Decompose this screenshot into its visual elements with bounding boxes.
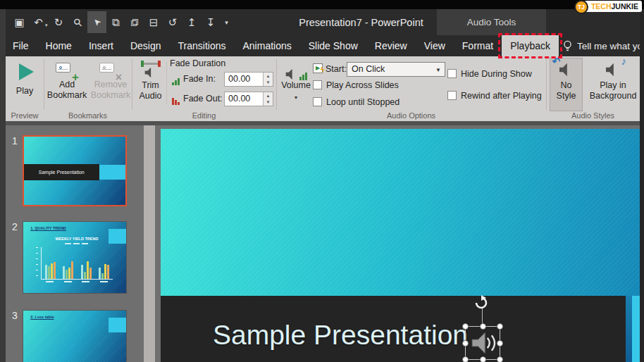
fade-in-spinner[interactable]: 00.00 ▲▼: [224, 72, 273, 87]
chart-bar: [107, 265, 109, 279]
chart-bar: [68, 268, 70, 279]
volume-label: Volume: [281, 80, 311, 91]
no-style-button[interactable]: ↶ No Style: [550, 58, 583, 111]
add-bookmark-button[interactable]: + Add Bookmark: [45, 58, 89, 111]
chart-bar: [54, 262, 56, 279]
annotation-playback-highlight: [498, 33, 562, 58]
tab-playback[interactable]: Playback: [502, 35, 559, 56]
customize-qat-icon[interactable]: ▾: [221, 11, 233, 33]
tell-me-label: Tell me what you wa: [577, 41, 644, 51]
slide-thumbnail-3[interactable]: 2. Loss table: [23, 310, 127, 362]
tab-slide-show[interactable]: Slide Show: [300, 35, 366, 56]
play-in-background-button[interactable]: ♪ Play in Background: [584, 58, 642, 111]
fade-in-value: 00.00: [228, 74, 250, 84]
slide-band-cyan-strip: [632, 296, 640, 362]
move-up-icon[interactable]: ↥: [182, 11, 202, 33]
tab-transitions[interactable]: Transitions: [170, 35, 235, 56]
selection-handle[interactable]: [462, 356, 469, 362]
tab-review[interactable]: Review: [366, 35, 416, 56]
window-left-border: [0, 9, 6, 362]
fade-in-up-arrow[interactable]: ▲: [264, 73, 273, 80]
trim-audio-button[interactable]: Trim Audio: [135, 58, 166, 111]
selection-handle[interactable]: [497, 356, 503, 362]
window-title: Presentation7 - PowerPoint: [296, 9, 426, 35]
volume-dropdown-arrow: ▾: [295, 92, 297, 103]
rotation-handle[interactable]: [473, 295, 489, 313]
send-backward-icon[interactable]: ⧉: [125, 11, 144, 33]
slide-canvas[interactable]: Sample Presentation: [161, 129, 640, 362]
selection-handle[interactable]: [462, 323, 469, 330]
tell-me-box[interactable]: Tell me what you wa: [559, 35, 644, 56]
selection-handle[interactable]: [462, 340, 469, 347]
save-icon[interactable]: ▣: [10, 11, 29, 33]
start-dropdown[interactable]: On Click ▼: [347, 62, 445, 77]
play-label: Play: [16, 86, 33, 96]
slide2-chart-subtitle: [39, 243, 113, 244]
chart-bar: [84, 272, 86, 279]
slide-number-1: 1: [12, 135, 22, 146]
fade-in-label: Fade In:: [183, 74, 216, 84]
rotate-object-icon[interactable]: ↺: [163, 11, 182, 33]
redo-icon[interactable]: ↻: [49, 11, 68, 33]
tab-home[interactable]: Home: [37, 35, 80, 56]
selection-handle[interactable]: [497, 323, 503, 330]
fade-in-down-arrow[interactable]: ▼: [264, 80, 273, 87]
group-label-audio-styles: Audio Styles: [546, 111, 640, 120]
fade-out-down-arrow[interactable]: ▼: [264, 99, 273, 106]
add-bookmark-label2: Bookmark: [47, 90, 87, 101]
checkbox-rewind-after-playing[interactable]: [447, 91, 457, 100]
select-pointer-icon[interactable]: ➤: [87, 11, 106, 33]
slide-thumbnail-1[interactable]: Sample Presentation: [23, 135, 127, 206]
no-style-label2: Style: [557, 91, 576, 101]
remove-bookmark-button: × Remove Bookmark: [89, 58, 132, 111]
play-in-background-label: Play in: [600, 80, 626, 91]
tab-design[interactable]: Design: [122, 35, 170, 56]
group-label-preview: Preview: [6, 111, 44, 120]
selection-handle[interactable]: [480, 356, 486, 362]
fade-out-up-arrow[interactable]: ▲: [264, 92, 273, 99]
selection-handle[interactable]: [480, 323, 486, 330]
move-down-icon[interactable]: ↧: [202, 11, 221, 33]
chart-bar-cluster: [81, 261, 92, 279]
slide-band-gradient-strip: [626, 296, 632, 362]
chart-bar-cluster: [45, 262, 56, 279]
play-button[interactable]: Play: [7, 58, 42, 111]
chart-bar: [71, 261, 73, 279]
remove-bookmark-icon: ×: [98, 61, 123, 80]
slide2-bar-chart: [41, 247, 113, 279]
checkbox-play-across-slides[interactable]: [313, 80, 322, 89]
thumbnail-scrollbar[interactable]: [144, 125, 155, 362]
chart-bar: [89, 268, 92, 279]
fade-duration-heading: Fade Duration: [170, 58, 225, 68]
title-bar: ▣↶▾↻⚲➤⧉⧉⊟↺↥↧▾ Presentation7 - PowerPoint…: [0, 9, 644, 35]
bring-forward-icon[interactable]: ⧉: [106, 11, 125, 33]
chart-bar-cluster: [99, 264, 109, 279]
no-style-label: No: [561, 80, 572, 91]
slide-gradient-background: [161, 129, 640, 296]
tab-file[interactable]: File: [4, 35, 37, 56]
checkbox-loop-until-stopped[interactable]: [313, 97, 322, 106]
fade-out-spinner[interactable]: 00.00 ▲▼: [224, 92, 273, 106]
tab-format[interactable]: Format: [454, 35, 502, 56]
volume-button[interactable]: Volume ▾: [279, 58, 313, 112]
slide1-cyan-rect: [99, 165, 125, 180]
tab-animations[interactable]: Animations: [234, 35, 299, 56]
slide2-chart-title: WEEKLY YIELD TREND: [39, 237, 113, 241]
no-style-icon: ↶: [555, 61, 578, 80]
remove-bookmark-label2: Bookmark: [91, 90, 130, 101]
tab-insert[interactable]: Insert: [80, 35, 122, 56]
audio-object-selection[interactable]: [465, 326, 500, 360]
print-preview-icon[interactable]: ⚲: [68, 11, 87, 33]
checkbox-hide-during-show[interactable]: [447, 69, 457, 78]
slide-number-3: 3: [12, 310, 22, 321]
start-dropdown-value: On Click: [352, 64, 385, 74]
techjunkie-logo-badge: TJ: [574, 0, 588, 14]
ribbon-tabs: FileHomeInsertDesignTransitionsAnimation…: [4, 35, 559, 56]
selection-handle[interactable]: [497, 340, 503, 347]
tab-view[interactable]: View: [416, 35, 454, 56]
undo-icon-caret[interactable]: ▾: [45, 23, 48, 28]
add-bookmark-icon: +: [54, 61, 80, 80]
lightbulb-icon: [563, 40, 572, 51]
slide-thumbnail-2[interactable]: 1. QUALITY TREND WEEKLY YIELD TREND: [23, 221, 127, 294]
align-objects-icon[interactable]: ⊟: [144, 11, 163, 33]
